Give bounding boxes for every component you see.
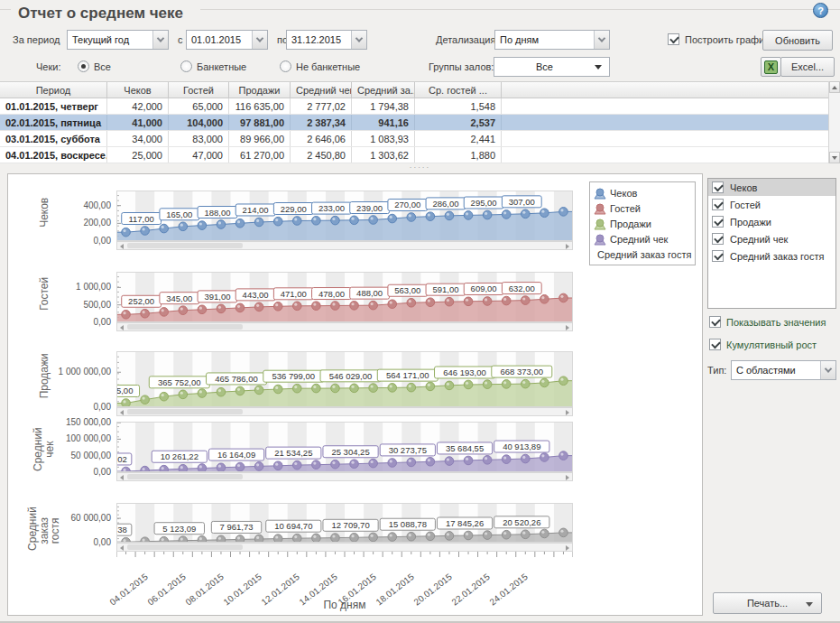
scroll-down-icon[interactable] <box>829 152 840 163</box>
svg-text:252,00: 252,00 <box>128 296 154 306</box>
splitter-handle[interactable]: ····· <box>0 163 840 173</box>
table-row[interactable]: 02.01.2015, пятница 41,000 104,000 97 88… <box>0 115 840 131</box>
scroll-right-icon[interactable] <box>566 325 569 330</box>
series-list-item[interactable]: Продажи <box>708 213 835 230</box>
svg-text:15 088,78: 15 088,78 <box>389 519 427 529</box>
chevron-down-icon[interactable] <box>351 31 366 49</box>
excel-button[interactable]: Excel... <box>780 57 835 77</box>
scroll-left-icon[interactable] <box>120 545 124 551</box>
scroll-thumb[interactable] <box>127 243 243 248</box>
chevron-down-icon[interactable] <box>594 31 609 49</box>
y-tick-label: 200,00 <box>28 218 111 228</box>
y-tick-label: 400,00 <box>28 200 111 210</box>
print-button[interactable]: Печать... <box>713 592 822 614</box>
date-to-combobox[interactable]: 31.12.2015 <box>286 30 367 50</box>
chart-panel: Чеков400,00200,000,00117,00165,00188,002… <box>7 173 703 616</box>
y-axis-title: Гостей <box>39 268 51 319</box>
date-from-combobox[interactable]: 01.01.2015 <box>186 30 268 50</box>
series-list-item[interactable]: Чеков <box>708 179 835 196</box>
chevron-down-icon[interactable] <box>152 31 168 49</box>
cell-value: 61 270,00 <box>229 147 291 163</box>
scroll-right-icon[interactable] <box>566 545 569 551</box>
cell-value: 2,441 <box>415 131 502 146</box>
chart-scrollbar[interactable] <box>116 472 573 481</box>
cell-value: 2 646,06 <box>291 131 352 146</box>
legend-label: Гостей <box>610 203 641 214</box>
column-header[interactable]: Гостей <box>169 82 229 98</box>
series-list-item[interactable]: Средний чек <box>708 230 835 247</box>
cell-value: 1 794,38 <box>352 98 415 114</box>
y-tick-label: 0,00 <box>28 537 111 547</box>
column-header[interactable]: Чеков <box>107 82 169 98</box>
build-chart-checkbox[interactable] <box>668 33 679 45</box>
svg-text:591,00: 591,00 <box>432 284 458 294</box>
column-header[interactable]: Средний за... <box>352 82 415 98</box>
series-list-item[interactable]: Гостей <box>708 196 835 213</box>
table-row[interactable]: 03.01.2015, суббота 34,000 83,000 89 966… <box>0 131 840 147</box>
chart-scrollbar[interactable] <box>116 407 573 416</box>
chart-scrollbar[interactable] <box>116 241 573 250</box>
chevron-down-icon[interactable] <box>252 31 267 49</box>
scroll-thumb[interactable] <box>127 409 243 414</box>
series-checkbox[interactable] <box>712 233 724 245</box>
show-values-checkbox[interactable] <box>709 316 721 328</box>
table-row[interactable]: 01.01.2015, четверг 42,000 65,000 116 63… <box>0 98 840 115</box>
table-scrollbar[interactable] <box>828 81 840 163</box>
cell-value: 42,000 <box>107 98 169 114</box>
scroll-left-icon[interactable] <box>120 325 124 330</box>
radio-nonbanquet[interactable] <box>280 60 291 72</box>
detail-combobox[interactable]: По дням <box>494 30 610 50</box>
scroll-thumb[interactable] <box>127 324 243 330</box>
svg-text:229,00: 229,00 <box>281 204 307 214</box>
series-list-item[interactable]: Средний заказ гостя <box>708 247 835 265</box>
svg-text:21 534,25: 21 534,25 <box>274 448 312 458</box>
chart-2: 252,00345,00391,00443,00471,00478,00488,… <box>116 272 573 322</box>
cell-value: 1 083,93 <box>352 131 415 146</box>
cell-value: 116 635,00 <box>229 98 291 114</box>
show-values-option[interactable]: Показывать значения <box>709 316 826 328</box>
scroll-right-icon[interactable] <box>566 410 569 415</box>
chart-scrollbar[interactable] <box>116 322 573 331</box>
type-combobox[interactable]: С областями <box>731 360 836 380</box>
column-header-filler <box>502 82 840 98</box>
refresh-button[interactable]: Обновить <box>762 30 833 51</box>
chart-scrollbar[interactable] <box>116 543 573 552</box>
series-checkbox[interactable] <box>712 181 724 193</box>
page-title: Отчет о среднем чеке <box>18 5 183 23</box>
help-icon[interactable]: ? <box>813 3 828 18</box>
series-checkbox[interactable] <box>712 216 724 228</box>
svg-text:668 373,00: 668 373,00 <box>501 367 544 377</box>
radio-all[interactable] <box>78 60 89 72</box>
cell-value: 941,16 <box>352 115 415 130</box>
scroll-left-icon[interactable] <box>120 244 124 249</box>
title-rule-right <box>200 9 840 10</box>
cell-period: 02.01.2015, пятница <box>0 115 107 130</box>
scroll-right-icon[interactable] <box>566 475 569 480</box>
excel-icon-button[interactable]: X <box>761 57 781 77</box>
legend-label: Чеков <box>610 188 637 199</box>
chevron-down-icon[interactable] <box>820 361 835 379</box>
hall-groups-value: Все <box>494 58 595 76</box>
column-header[interactable]: Средний чек <box>291 82 352 98</box>
period-combobox[interactable]: Текущий год <box>67 30 169 50</box>
hall-groups-combobox[interactable]: Все <box>494 57 610 77</box>
cell-period: 03.01.2015, суббота <box>0 131 107 146</box>
cumulative-option[interactable]: Кумулятивный рост <box>709 339 817 350</box>
column-header[interactable]: Период <box>0 82 107 98</box>
scroll-thumb[interactable] <box>127 474 243 479</box>
series-marker-icon <box>594 233 606 246</box>
svg-text:165,00: 165,00 <box>166 209 192 219</box>
cumulative-checkbox[interactable] <box>709 339 721 350</box>
column-header[interactable]: Ср. гостей ... <box>415 82 502 98</box>
table-row[interactable]: 04.01.2015, воскресе... 25,000 47,000 61… <box>0 147 840 163</box>
scroll-thumb[interactable] <box>127 544 243 550</box>
series-checkbox[interactable] <box>712 199 724 210</box>
radio-banquet[interactable] <box>180 60 192 72</box>
scroll-left-icon[interactable] <box>120 410 124 415</box>
cell-period: 01.01.2015, четверг <box>0 98 107 114</box>
column-header[interactable]: Продажи <box>229 82 291 98</box>
series-checkbox[interactable] <box>712 250 724 262</box>
scroll-up-icon[interactable] <box>829 81 840 93</box>
scroll-right-icon[interactable] <box>566 244 569 249</box>
scroll-left-icon[interactable] <box>120 475 124 480</box>
